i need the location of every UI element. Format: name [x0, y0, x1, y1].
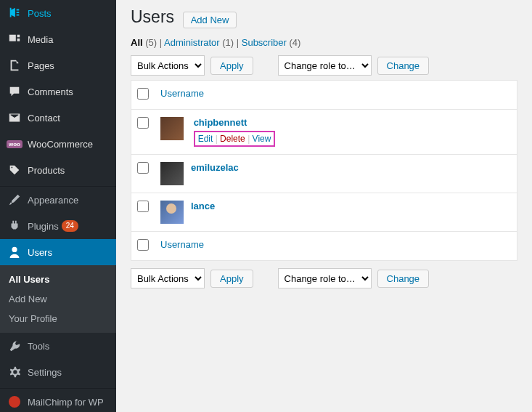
change-button[interactable]: Change — [377, 57, 430, 75]
sidebar-item-pages[interactable]: Pages — [0, 52, 116, 78]
settings-icon — [7, 365, 22, 379]
comment-icon — [7, 84, 22, 99]
avatar — [160, 201, 184, 224]
woo-icon: woo — [7, 137, 22, 151]
mailchimp-icon — [7, 395, 22, 409]
filter-all-count: (5) — [145, 37, 157, 48]
sidebar-item-woocommerce[interactable]: wooWooCommerce — [0, 131, 116, 157]
tools-icon — [7, 339, 22, 353]
filter-all[interactable]: All — [131, 37, 143, 48]
sidebar-item-users[interactable]: Users — [0, 239, 116, 265]
username-link[interactable]: lance — [191, 201, 215, 211]
add-new-button[interactable]: Add New — [183, 12, 237, 28]
submenu-your-profile[interactable]: Your Profile — [0, 309, 116, 328]
edit-link[interactable]: Edit — [198, 134, 213, 144]
submenu-all-users[interactable]: All Users — [0, 270, 116, 289]
sidebar-item-posts[interactable]: Posts — [0, 0, 116, 26]
sidebar-label: Settings — [28, 367, 62, 378]
row-checkbox[interactable] — [137, 201, 149, 212]
sidebar-label: Products — [28, 165, 65, 176]
username-link[interactable]: emiluzelac — [191, 162, 239, 173]
sidebar-item-mailchimp[interactable]: MailChimp for WP — [0, 389, 116, 412]
sidebar-item-appearance[interactable]: Appearance — [0, 187, 116, 213]
delete-link[interactable]: Delete — [220, 134, 245, 144]
select-all-checkbox-bottom[interactable] — [137, 239, 149, 251]
plugin-icon — [7, 219, 22, 233]
sidebar-label: Posts — [28, 8, 52, 19]
col-username-bottom[interactable]: Username — [160, 239, 204, 250]
apply-button[interactable]: Apply — [210, 57, 253, 75]
users-submenu: All Users Add New Your Profile — [0, 265, 116, 333]
sidebar-label: Tools — [28, 341, 49, 352]
avatar — [160, 162, 184, 185]
sidebar-item-tools[interactable]: Tools — [0, 333, 116, 359]
filter-sub-count: (4) — [290, 37, 301, 48]
sidebar-item-contact[interactable]: Contact — [0, 105, 116, 131]
contact-icon — [7, 110, 22, 125]
row-checkbox[interactable] — [137, 117, 149, 129]
change-role-select[interactable]: Change role to… — [278, 55, 372, 76]
users-table: Username chipbennett Edit | Delete | Vie… — [131, 80, 517, 261]
filter-administrator[interactable]: Administrator — [164, 37, 220, 48]
update-badge: 24 — [62, 220, 78, 232]
change-button-bottom[interactable]: Change — [377, 270, 430, 288]
page-icon — [7, 58, 22, 73]
tablenav-top: Bulk Actions Apply Change role to… Chang… — [131, 55, 517, 76]
role-filters: All (5) | Administrator (1) | Subscriber… — [131, 37, 517, 48]
sidebar-label: Media — [28, 34, 53, 45]
submenu-add-new[interactable]: Add New — [0, 289, 116, 309]
sidebar-label: Users — [28, 247, 52, 258]
username-link[interactable]: chipbennett — [194, 117, 247, 128]
bulk-action-select-bottom[interactable]: Bulk Actions — [131, 268, 205, 288]
media-icon — [7, 32, 22, 47]
admin-sidebar: Posts Media Pages Comments Contact wooWo… — [0, 0, 116, 412]
sidebar-item-media[interactable]: Media — [0, 26, 116, 52]
bulk-action-select[interactable]: Bulk Actions — [131, 55, 205, 76]
brush-icon — [7, 193, 22, 207]
user-icon — [7, 245, 22, 259]
apply-button-bottom[interactable]: Apply — [210, 270, 253, 288]
table-row: lance — [131, 193, 517, 232]
view-link[interactable]: View — [253, 134, 271, 144]
row-actions-highlight: Edit | Delete | View — [194, 131, 276, 147]
product-icon — [7, 163, 22, 177]
main-content: Users Add New All (5) | Administrator (1… — [116, 0, 532, 412]
table-row: chipbennett Edit | Delete | View — [131, 110, 517, 155]
select-all-checkbox[interactable] — [137, 88, 149, 100]
sidebar-label: Comments — [28, 86, 73, 97]
filter-admin-count: (1) — [222, 37, 234, 48]
sidebar-label: Plugins — [28, 221, 59, 232]
sidebar-item-settings[interactable]: Settings — [0, 359, 116, 385]
sidebar-label: Appearance — [28, 195, 78, 206]
change-role-select-bottom[interactable]: Change role to… — [278, 268, 372, 288]
sidebar-label: MailChimp for WP — [28, 397, 104, 408]
sidebar-label: Pages — [28, 60, 54, 71]
page-title: Users — [131, 7, 174, 27]
sidebar-item-plugins[interactable]: Plugins24 — [0, 213, 116, 239]
avatar — [160, 117, 184, 140]
filter-subscriber[interactable]: Subscriber — [242, 37, 287, 48]
col-username[interactable]: Username — [160, 88, 204, 99]
table-row: emiluzelac — [131, 155, 517, 193]
row-checkbox[interactable] — [137, 162, 149, 174]
tablenav-bottom: Bulk Actions Apply Change role to… Chang… — [131, 268, 517, 288]
pin-icon — [7, 6, 22, 20]
sidebar-label: WooCommerce — [28, 139, 93, 150]
sidebar-label: Contact — [28, 113, 60, 124]
sidebar-item-comments[interactable]: Comments — [0, 78, 116, 105]
sidebar-item-products[interactable]: Products — [0, 157, 116, 183]
